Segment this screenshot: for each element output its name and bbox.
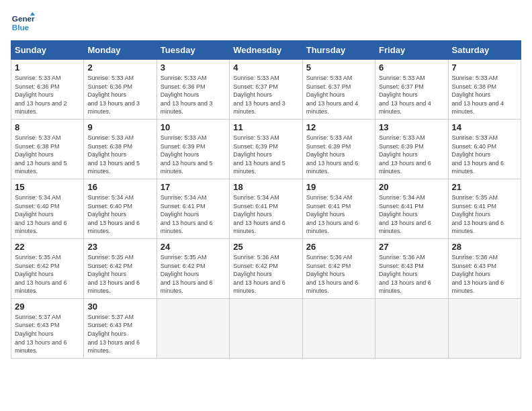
calendar-cell: 12 Sunrise: 5:33 AMSunset: 6:39 PMDaylig… xyxy=(302,119,375,179)
day-detail: Sunrise: 5:34 AMSunset: 6:40 PMDaylight … xyxy=(15,193,80,236)
calendar-cell: 21 Sunrise: 5:35 AMSunset: 6:41 PMDaylig… xyxy=(448,179,521,238)
calendar-header-thursday: Thursday xyxy=(302,41,375,60)
calendar-week-4: 22 Sunrise: 5:35 AMSunset: 6:42 PMDaylig… xyxy=(11,238,521,298)
day-number: 24 xyxy=(161,242,226,252)
day-number: 2 xyxy=(87,62,152,73)
day-detail: Sunrise: 5:36 AMSunset: 6:43 PMDaylight … xyxy=(379,253,444,295)
calendar-cell: 4 Sunrise: 5:33 AMSunset: 6:37 PMDayligh… xyxy=(230,60,302,120)
day-detail: Sunrise: 5:35 AMSunset: 6:42 PMDaylight … xyxy=(87,253,152,295)
day-number: 15 xyxy=(15,182,80,192)
calendar-cell: 22 Sunrise: 5:35 AMSunset: 6:42 PMDaylig… xyxy=(11,238,84,298)
day-number: 18 xyxy=(233,182,298,192)
calendar-cell xyxy=(448,298,521,358)
logo-icon: General Blue xyxy=(11,11,35,35)
day-number: 4 xyxy=(233,62,298,73)
calendar-cell xyxy=(157,298,229,358)
calendar-cell: 20 Sunrise: 5:34 AMSunset: 6:41 PMDaylig… xyxy=(375,179,448,238)
day-number: 20 xyxy=(379,182,444,192)
calendar-cell: 24 Sunrise: 5:35 AMSunset: 6:42 PMDaylig… xyxy=(157,238,229,298)
day-detail: Sunrise: 5:33 AMSunset: 6:39 PMDaylight … xyxy=(161,134,226,176)
day-detail: Sunrise: 5:33 AMSunset: 6:38 PMDaylight … xyxy=(87,134,152,176)
day-detail: Sunrise: 5:37 AMSunset: 6:43 PMDaylight … xyxy=(15,313,80,355)
day-detail: Sunrise: 5:33 AMSunset: 6:39 PMDaylight … xyxy=(379,134,444,176)
calendar-cell: 9 Sunrise: 5:33 AMSunset: 6:38 PMDayligh… xyxy=(84,119,157,179)
day-detail: Sunrise: 5:33 AMSunset: 6:37 PMDaylight … xyxy=(233,74,298,116)
day-number: 5 xyxy=(306,62,371,73)
calendar-cell: 17 Sunrise: 5:34 AMSunset: 6:41 PMDaylig… xyxy=(157,179,229,238)
calendar-header-sunday: Sunday xyxy=(11,41,84,60)
calendar-cell: 2 Sunrise: 5:33 AMSunset: 6:36 PMDayligh… xyxy=(84,60,157,120)
calendar-cell: 29 Sunrise: 5:37 AMSunset: 6:43 PMDaylig… xyxy=(11,298,84,358)
day-detail: Sunrise: 5:34 AMSunset: 6:41 PMDaylight … xyxy=(161,193,226,236)
day-number: 17 xyxy=(161,182,226,192)
calendar-cell: 19 Sunrise: 5:34 AMSunset: 6:41 PMDaylig… xyxy=(302,179,375,238)
calendar-body: 1 Sunrise: 5:33 AMSunset: 6:36 PMDayligh… xyxy=(11,60,521,359)
day-detail: Sunrise: 5:35 AMSunset: 6:41 PMDaylight … xyxy=(452,193,517,236)
calendar-cell: 27 Sunrise: 5:36 AMSunset: 6:43 PMDaylig… xyxy=(375,238,448,298)
day-number: 19 xyxy=(306,182,371,192)
calendar-cell: 3 Sunrise: 5:33 AMSunset: 6:36 PMDayligh… xyxy=(157,60,229,120)
day-detail: Sunrise: 5:37 AMSunset: 6:43 PMDaylight … xyxy=(87,313,152,355)
day-number: 7 xyxy=(452,62,517,73)
svg-text:Blue: Blue xyxy=(12,23,30,32)
calendar-cell: 30 Sunrise: 5:37 AMSunset: 6:43 PMDaylig… xyxy=(84,298,157,358)
calendar-cell: 28 Sunrise: 5:36 AMSunset: 6:43 PMDaylig… xyxy=(448,238,521,298)
calendar-cell xyxy=(375,298,448,358)
calendar-cell: 6 Sunrise: 5:33 AMSunset: 6:37 PMDayligh… xyxy=(375,60,448,120)
calendar-cell: 25 Sunrise: 5:36 AMSunset: 6:42 PMDaylig… xyxy=(230,238,302,298)
calendar-week-5: 29 Sunrise: 5:37 AMSunset: 6:43 PMDaylig… xyxy=(11,298,521,358)
day-number: 29 xyxy=(15,302,80,312)
day-number: 28 xyxy=(452,242,517,252)
day-detail: Sunrise: 5:33 AMSunset: 6:37 PMDaylight … xyxy=(306,74,371,116)
calendar-cell: 7 Sunrise: 5:33 AMSunset: 6:38 PMDayligh… xyxy=(448,60,521,120)
calendar-cell: 14 Sunrise: 5:33 AMSunset: 6:40 PMDaylig… xyxy=(448,119,521,179)
day-number: 3 xyxy=(161,62,226,73)
day-number: 26 xyxy=(306,242,371,252)
day-number: 27 xyxy=(379,242,444,252)
logo: General Blue xyxy=(11,11,35,35)
calendar-cell: 5 Sunrise: 5:33 AMSunset: 6:37 PMDayligh… xyxy=(302,60,375,120)
day-number: 13 xyxy=(379,122,444,132)
day-detail: Sunrise: 5:33 AMSunset: 6:38 PMDaylight … xyxy=(15,134,80,176)
calendar-cell: 23 Sunrise: 5:35 AMSunset: 6:42 PMDaylig… xyxy=(84,238,157,298)
day-detail: Sunrise: 5:33 AMSunset: 6:36 PMDaylight … xyxy=(161,74,226,116)
day-number: 16 xyxy=(87,182,152,192)
day-detail: Sunrise: 5:33 AMSunset: 6:40 PMDaylight … xyxy=(452,134,517,176)
calendar-cell: 11 Sunrise: 5:33 AMSunset: 6:39 PMDaylig… xyxy=(230,119,302,179)
calendar-cell xyxy=(302,298,375,358)
calendar-header-row: SundayMondayTuesdayWednesdayThursdayFrid… xyxy=(11,41,521,60)
day-detail: Sunrise: 5:34 AMSunset: 6:41 PMDaylight … xyxy=(306,193,371,236)
calendar-week-1: 1 Sunrise: 5:33 AMSunset: 6:36 PMDayligh… xyxy=(11,60,521,120)
calendar-header-saturday: Saturday xyxy=(448,41,521,60)
day-detail: Sunrise: 5:33 AMSunset: 6:38 PMDaylight … xyxy=(452,74,517,116)
day-number: 14 xyxy=(452,122,517,132)
calendar-cell: 13 Sunrise: 5:33 AMSunset: 6:39 PMDaylig… xyxy=(375,119,448,179)
day-detail: Sunrise: 5:34 AMSunset: 6:41 PMDaylight … xyxy=(233,193,298,236)
calendar-cell xyxy=(230,298,302,358)
day-detail: Sunrise: 5:36 AMSunset: 6:43 PMDaylight … xyxy=(452,253,517,295)
day-number: 8 xyxy=(15,122,80,132)
day-detail: Sunrise: 5:34 AMSunset: 6:41 PMDaylight … xyxy=(379,193,444,236)
day-number: 21 xyxy=(452,182,517,192)
day-number: 6 xyxy=(379,62,444,73)
day-number: 10 xyxy=(161,122,226,132)
day-detail: Sunrise: 5:33 AMSunset: 6:39 PMDaylight … xyxy=(233,134,298,176)
day-number: 22 xyxy=(15,242,80,252)
day-detail: Sunrise: 5:33 AMSunset: 6:36 PMDaylight … xyxy=(15,74,80,116)
day-number: 11 xyxy=(233,122,298,132)
calendar-header-tuesday: Tuesday xyxy=(157,41,229,60)
day-number: 12 xyxy=(306,122,371,132)
calendar-cell: 10 Sunrise: 5:33 AMSunset: 6:39 PMDaylig… xyxy=(157,119,229,179)
day-detail: Sunrise: 5:36 AMSunset: 6:42 PMDaylight … xyxy=(306,253,371,295)
day-number: 1 xyxy=(15,62,80,73)
calendar-header-friday: Friday xyxy=(375,41,448,60)
calendar-table: SundayMondayTuesdayWednesdayThursdayFrid… xyxy=(11,40,521,359)
day-detail: Sunrise: 5:34 AMSunset: 6:40 PMDaylight … xyxy=(87,193,152,236)
day-number: 25 xyxy=(233,242,298,252)
calendar-cell: 8 Sunrise: 5:33 AMSunset: 6:38 PMDayligh… xyxy=(11,119,84,179)
day-detail: Sunrise: 5:33 AMSunset: 6:39 PMDaylight … xyxy=(306,134,371,176)
calendar-header-wednesday: Wednesday xyxy=(230,41,302,60)
calendar-cell: 15 Sunrise: 5:34 AMSunset: 6:40 PMDaylig… xyxy=(11,179,84,238)
day-detail: Sunrise: 5:35 AMSunset: 6:42 PMDaylight … xyxy=(161,253,226,295)
day-number: 30 xyxy=(87,302,152,312)
